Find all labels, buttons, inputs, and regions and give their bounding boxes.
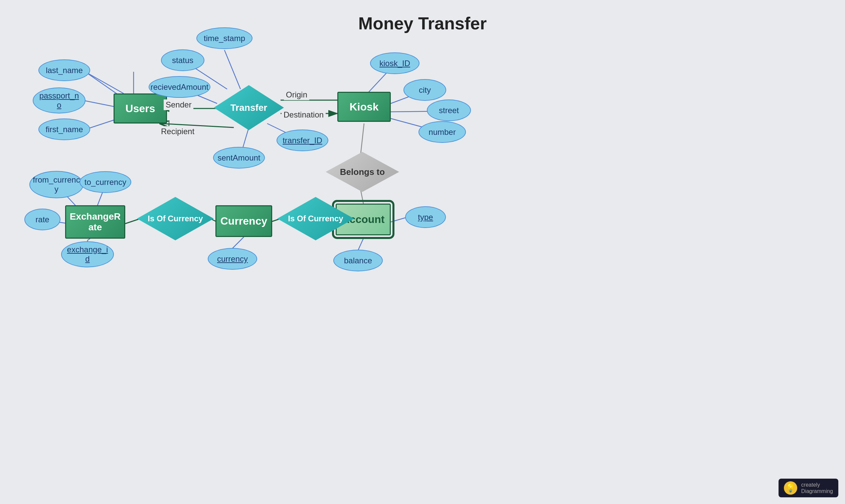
- rel-is-of-currency-right-label: Is Of Currency: [277, 214, 354, 223]
- relationship-belongs-to[interactable]: Belongs to: [325, 152, 399, 192]
- svg-line-32: [358, 237, 364, 250]
- attr-currency-value: currency: [208, 248, 257, 270]
- attr-sent-amount: sentAmount: [213, 147, 265, 168]
- watermark-icon: 💡: [784, 481, 797, 494]
- label-sender: Sender: [164, 100, 193, 110]
- attr-street: street: [427, 100, 471, 121]
- attr-recieved-amount: recievedAmount: [148, 76, 210, 98]
- label-destination: Destination: [282, 109, 325, 120]
- svg-line-6: [225, 50, 241, 89]
- rel-belongs-to-label: Belongs to: [325, 167, 399, 177]
- watermark-text: creately Diagramming: [801, 482, 833, 494]
- svg-line-19: [361, 124, 364, 154]
- attr-transfer-id: transfer_ID: [277, 129, 328, 151]
- rel-is-of-currency-left-label: Is Of Currency: [137, 214, 214, 223]
- svg-line-30: [232, 237, 244, 249]
- attr-exchange-id: exchange_id: [61, 241, 114, 267]
- svg-line-1: [85, 72, 124, 93]
- watermark: 💡 creately Diagramming: [778, 479, 838, 497]
- entity-currency[interactable]: Currency: [215, 205, 272, 237]
- connections-svg: [0, 0, 845, 504]
- relationship-transfer-label: Transfer: [214, 103, 284, 113]
- attr-from-currency: from_currency: [30, 171, 84, 198]
- attr-city: city: [403, 79, 446, 101]
- entity-exchange-rate[interactable]: ExchangeRate: [65, 205, 125, 239]
- relationship-transfer[interactable]: Transfer: [214, 85, 284, 130]
- attr-number: number: [419, 121, 466, 143]
- attr-balance: balance: [333, 250, 383, 271]
- attr-rate: rate: [24, 209, 60, 230]
- diagram-container: Money Transfer: [0, 0, 845, 504]
- entity-kiosk[interactable]: Kiosk: [337, 92, 391, 122]
- label-recipient: Recipient: [159, 126, 196, 137]
- attr-passport-no: passport_no: [33, 87, 86, 113]
- relationship-is-of-currency-right[interactable]: Is Of Currency: [277, 197, 354, 240]
- entity-users[interactable]: Users: [113, 93, 167, 124]
- svg-line-31: [391, 218, 406, 222]
- attr-time-stamp: time_stamp: [196, 28, 252, 49]
- attr-status: status: [161, 49, 205, 71]
- attr-to-currency: to_currency: [80, 171, 131, 193]
- attr-type: type: [405, 206, 446, 228]
- page-title: Money Transfer: [0, 0, 845, 33]
- attr-kiosk-id: kiosk_ID: [370, 52, 420, 74]
- label-origin: Origin: [284, 89, 309, 100]
- attr-first-name: first_name: [38, 119, 90, 140]
- relationship-is-of-currency-left[interactable]: Is Of Currency: [137, 197, 214, 240]
- attr-last-name: last_name: [38, 59, 90, 81]
